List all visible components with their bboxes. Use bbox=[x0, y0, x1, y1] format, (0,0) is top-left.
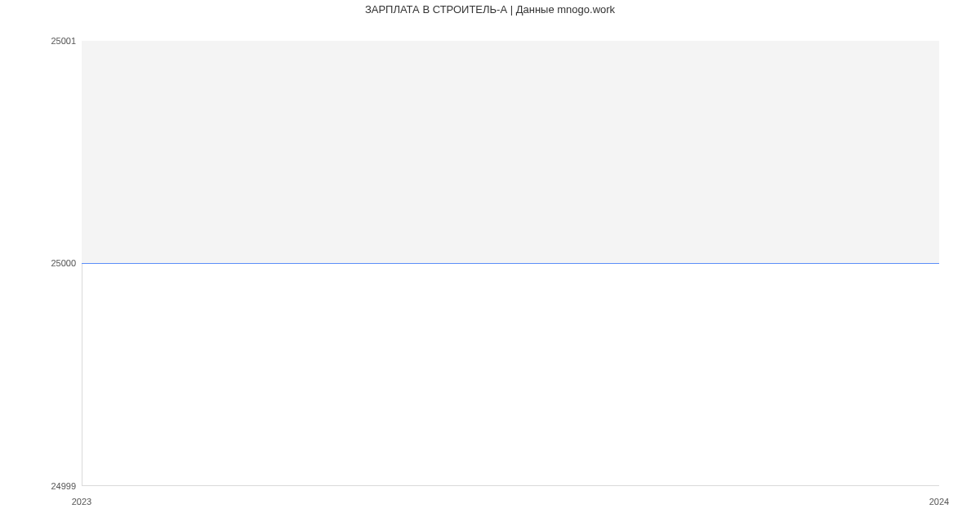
salary-chart: ЗАРПЛАТА В СТРОИТЕЛЬ-А | Данные mnogo.wo… bbox=[0, 0, 980, 531]
series-line-salary bbox=[82, 263, 939, 264]
y-tick-top: 25001 bbox=[0, 36, 76, 46]
y-tick-bottom: 24999 bbox=[0, 481, 76, 491]
x-tick-left: 2023 bbox=[65, 497, 98, 506]
plot-band-upper bbox=[82, 41, 939, 263]
x-tick-right: 2024 bbox=[923, 497, 956, 506]
chart-title: ЗАРПЛАТА В СТРОИТЕЛЬ-А | Данные mnogo.wo… bbox=[0, 3, 980, 16]
y-tick-mid: 25000 bbox=[0, 258, 76, 268]
